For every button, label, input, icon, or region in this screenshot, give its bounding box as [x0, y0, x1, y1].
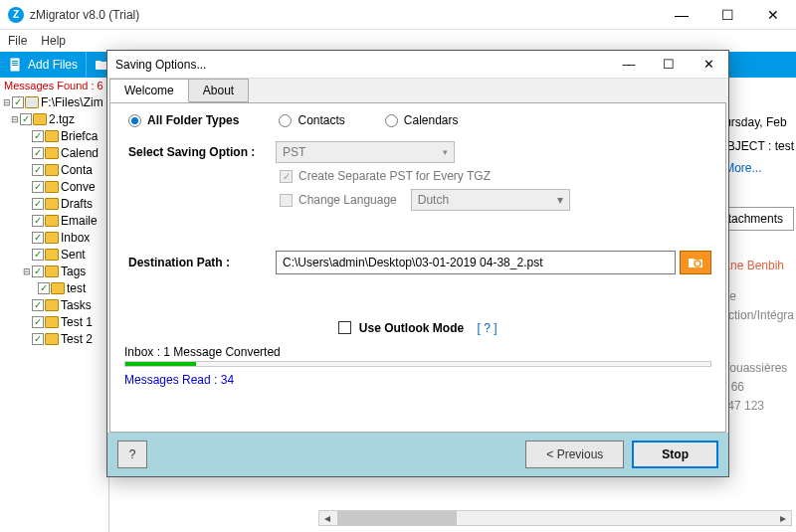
- radio-contacts[interactable]: Contacts: [279, 113, 344, 127]
- outlook-mode-label: Use Outlook Mode: [359, 321, 464, 335]
- tree-item[interactable]: Briefca: [2, 127, 106, 144]
- outlook-help-link[interactable]: [ ? ]: [478, 321, 498, 335]
- tree-item[interactable]: Calend: [2, 144, 106, 161]
- stop-button[interactable]: Stop: [632, 441, 718, 468]
- dialog-footer: ? < Previous Stop: [107, 433, 728, 476]
- status-messages-read: Messages Read : 34: [124, 373, 711, 387]
- minimize-button[interactable]: —: [659, 0, 704, 30]
- radio-calendars[interactable]: Calendars: [385, 113, 459, 127]
- status-inbox-converted: Inbox : 1 Message Converted: [124, 345, 711, 359]
- app-icon: Z: [8, 7, 24, 23]
- dialog-maximize-button[interactable]: ☐: [649, 51, 689, 79]
- saving-options-dialog: Saving Options... — ☐ ✕ Welcome About Al…: [106, 50, 729, 477]
- destination-path-label: Destination Path :: [124, 256, 276, 269]
- destination-path-input[interactable]: [276, 251, 676, 274]
- chevron-down-icon: ▾: [557, 193, 563, 207]
- progress-bar: [124, 361, 711, 367]
- format-value: PST: [283, 145, 305, 159]
- scroll-left-icon[interactable]: ◂: [319, 511, 335, 525]
- tree-item[interactable]: Sent: [2, 246, 106, 263]
- dialog-titlebar: Saving Options... — ☐ ✕: [107, 51, 728, 79]
- tree-item[interactable]: Test 2: [2, 330, 106, 347]
- tree-item[interactable]: Conta: [2, 161, 106, 178]
- tree-item[interactable]: Tasks: [2, 296, 106, 313]
- messages-found: Messages Found : 6: [0, 78, 108, 93]
- horizontal-scrollbar[interactable]: ◂ ▸: [318, 510, 792, 526]
- dialog-close-button[interactable]: ✕: [689, 51, 728, 79]
- add-files-button[interactable]: Add Files: [0, 52, 87, 78]
- tree-item[interactable]: Test 1: [2, 313, 106, 330]
- help-button[interactable]: ?: [117, 441, 147, 468]
- window-title: zMigrator v8.0 (Trial): [30, 8, 659, 22]
- menu-bar: File Help: [0, 30, 796, 52]
- tree-tgz[interactable]: ⊟2.tgz: [2, 110, 106, 127]
- menu-file[interactable]: File: [8, 34, 27, 48]
- add-files-label: Add Files: [28, 58, 78, 72]
- checkbox-create-separate-pst[interactable]: Create Separate PST for Every TGZ: [280, 169, 711, 183]
- chevron-down-icon: ▾: [443, 147, 448, 157]
- tree-item[interactable]: Emaile: [2, 212, 106, 229]
- tree-root[interactable]: ⊟F:\Files\Zim: [2, 93, 106, 110]
- tab-welcome[interactable]: Welcome: [109, 79, 189, 102]
- tree-item[interactable]: Drafts: [2, 195, 106, 212]
- left-pane: Messages Found : 6 ⊟F:\Files\Zim ⊟2.tgz …: [0, 78, 109, 532]
- browse-button[interactable]: [680, 251, 711, 274]
- checkbox-change-language[interactable]: Change Language Dutch ▾: [280, 189, 711, 211]
- language-select[interactable]: Dutch ▾: [411, 189, 570, 211]
- svg-rect-3: [12, 65, 18, 66]
- tree-tags[interactable]: ⊟Tags: [2, 263, 106, 279]
- folder-search-icon: [688, 256, 703, 269]
- dialog-content: All Folder Types Contacts Calendars Sele…: [109, 102, 726, 433]
- checkbox-outlook-mode[interactable]: [338, 321, 351, 334]
- maximize-button[interactable]: ☐: [704, 0, 750, 30]
- svg-rect-2: [12, 63, 18, 64]
- menu-help[interactable]: Help: [41, 34, 66, 48]
- scrollbar-thumb[interactable]: [337, 511, 457, 525]
- radio-all-folder-types[interactable]: All Folder Types: [128, 113, 239, 127]
- previous-button[interactable]: < Previous: [525, 441, 624, 468]
- scroll-right-icon[interactable]: ▸: [775, 511, 791, 525]
- format-select[interactable]: PST ▾: [276, 141, 455, 163]
- folder-tree[interactable]: ⊟F:\Files\Zim ⊟2.tgz Briefca Calend Cont…: [0, 93, 108, 347]
- document-icon: [8, 57, 24, 73]
- dialog-tabs: Welcome About: [107, 79, 728, 102]
- tree-item[interactable]: Conve: [2, 178, 106, 195]
- dialog-title: Saving Options...: [115, 58, 609, 72]
- svg-rect-1: [12, 61, 18, 62]
- dialog-minimize-button[interactable]: —: [609, 51, 649, 79]
- language-value: Dutch: [418, 193, 449, 207]
- tab-about[interactable]: About: [188, 79, 249, 102]
- close-button[interactable]: ✕: [750, 0, 796, 30]
- tree-item[interactable]: Inbox: [2, 229, 106, 246]
- main-titlebar: Z zMigrator v8.0 (Trial) — ☐ ✕: [0, 0, 796, 30]
- select-saving-option-label: Select Saving Option :: [124, 145, 276, 159]
- tree-item[interactable]: test: [2, 279, 106, 296]
